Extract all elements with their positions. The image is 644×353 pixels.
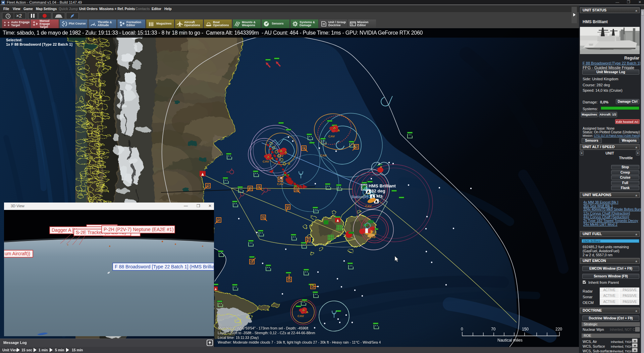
svg-text:CAV: CAV: [328, 134, 335, 138]
svg-text:282 deg: 282 deg: [369, 188, 385, 193]
svg-text:CAV: CAV: [365, 204, 372, 208]
svg-text:150: 150: [522, 327, 529, 332]
svg-text:CAV: CAV: [277, 182, 284, 186]
svg-text:Station(R): Station(R): [351, 195, 368, 199]
svg-text:CAV: CAV: [263, 160, 269, 163]
svg-text:CAV: CAV: [277, 154, 284, 158]
svg-text:CAV: CAV: [320, 153, 327, 157]
svg-text:F 88 Broadsword [Type 22 Batch: F 88 Broadsword [Type 22 Batch 1] (HMS B…: [115, 264, 214, 269]
svg-text:Dagger A [N: Dagger A [N: [52, 227, 77, 233]
svg-text:0: 0: [461, 327, 463, 332]
svg-text:Nautical miles: Nautical miles: [497, 338, 523, 343]
svg-text:220: 220: [555, 327, 562, 332]
svg-text:um Aircraft)): um Aircraft)): [5, 251, 30, 256]
svg-text:P-2H (P2V-7) Neptune (EA2E #1): P-2H (P2V-7) Neptune (EA2E #1): [104, 227, 174, 232]
svg-text:HMS Brilliant: HMS Brilliant: [369, 183, 396, 188]
svg-text:14 kts: 14 kts: [370, 193, 383, 198]
svg-text:70: 70: [491, 327, 496, 332]
svg-text:CAV: CAV: [369, 235, 376, 239]
svg-text:CAV: CAV: [298, 314, 304, 318]
